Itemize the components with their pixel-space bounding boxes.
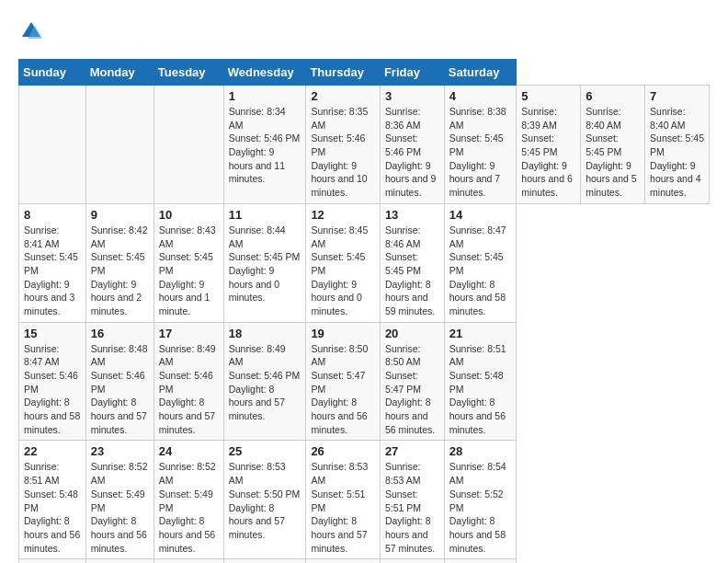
week-row-2: 8Sunrise: 8:41 AMSunset: 5:45 PMDaylight… <box>19 203 710 322</box>
col-header-friday: Friday <box>380 60 444 86</box>
day-info: Sunrise: 8:44 AMSunset: 5:45 PMDaylight:… <box>229 224 301 304</box>
day-info: Sunrise: 8:52 AMSunset: 5:49 PMDaylight:… <box>91 460 149 555</box>
day-info: Sunrise: 8:52 AMSunset: 5:49 PMDaylight:… <box>159 460 219 555</box>
logo <box>18 18 48 44</box>
day-info: Sunrise: 8:51 AMSunset: 5:48 PMDaylight:… <box>449 342 512 437</box>
day-number: 22 <box>24 444 81 458</box>
logo-icon <box>18 18 44 44</box>
table-row: 3Sunrise: 8:36 AMSunset: 5:46 PMDaylight… <box>380 86 444 204</box>
day-number: 19 <box>311 327 375 340</box>
day-info: Sunrise: 8:34 AMSunset: 5:46 PMDaylight:… <box>229 105 301 186</box>
day-info: Sunrise: 8:38 AMSunset: 5:45 PMDaylight:… <box>449 105 512 200</box>
table-row: 31Sunrise: 8:54 AMSunset: 5:54 PMDayligh… <box>154 559 223 563</box>
table-row: 26Sunrise: 8:53 AMSunset: 5:51 PMDayligh… <box>306 441 381 559</box>
table-row: 21Sunrise: 8:51 AMSunset: 5:48 PMDayligh… <box>444 322 517 441</box>
day-number: 7 <box>650 89 704 103</box>
day-number: 28 <box>449 444 512 458</box>
day-number: 6 <box>586 89 640 103</box>
table-row: 4Sunrise: 8:38 AMSunset: 5:45 PMDaylight… <box>444 86 517 204</box>
table-row: 25Sunrise: 8:53 AMSunset: 5:50 PMDayligh… <box>223 441 306 559</box>
day-number: 11 <box>229 208 301 222</box>
day-number: 20 <box>385 327 439 340</box>
day-info: Sunrise: 8:47 AMSunset: 5:45 PMDaylight:… <box>449 224 512 318</box>
table-row <box>223 559 306 563</box>
table-row: 13Sunrise: 8:46 AMSunset: 5:45 PMDayligh… <box>380 203 444 322</box>
table-row <box>444 559 517 563</box>
table-row: 15Sunrise: 8:47 AMSunset: 5:46 PMDayligh… <box>19 322 86 441</box>
col-header-tuesday: Tuesday <box>154 60 223 86</box>
day-info: Sunrise: 8:50 AMSunset: 5:47 PMDaylight:… <box>311 342 375 437</box>
week-row-3: 15Sunrise: 8:47 AMSunset: 5:46 PMDayligh… <box>19 322 710 441</box>
day-info: Sunrise: 8:35 AMSunset: 5:46 PMDaylight:… <box>311 105 375 200</box>
table-row: 12Sunrise: 8:45 AMSunset: 5:45 PMDayligh… <box>306 203 381 322</box>
table-row <box>85 86 154 204</box>
table-row: 6Sunrise: 8:40 AMSunset: 5:45 PMDaylight… <box>581 86 645 204</box>
day-info: Sunrise: 8:40 AMSunset: 5:45 PMDaylight:… <box>650 105 704 200</box>
week-row-4: 22Sunrise: 8:51 AMSunset: 5:48 PMDayligh… <box>19 441 710 559</box>
day-number: 24 <box>159 444 219 458</box>
day-info: Sunrise: 8:46 AMSunset: 5:45 PMDaylight:… <box>385 224 439 318</box>
table-row: 1Sunrise: 8:34 AMSunset: 5:46 PMDaylight… <box>223 86 306 204</box>
day-number: 10 <box>159 208 219 222</box>
table-row <box>306 559 381 563</box>
day-number: 2 <box>311 89 375 103</box>
day-info: Sunrise: 8:53 AMSunset: 5:51 PMDaylight:… <box>385 460 439 555</box>
table-row: 29Sunrise: 8:54 AMSunset: 5:53 PMDayligh… <box>19 559 86 563</box>
day-number: 1 <box>229 89 301 103</box>
day-number: 13 <box>385 208 439 222</box>
day-info: Sunrise: 8:51 AMSunset: 5:48 PMDaylight:… <box>24 460 81 555</box>
col-header-wednesday: Wednesday <box>223 60 306 86</box>
day-number: 25 <box>229 444 301 458</box>
table-row: 17Sunrise: 8:49 AMSunset: 5:46 PMDayligh… <box>154 322 223 441</box>
day-info: Sunrise: 8:41 AMSunset: 5:45 PMDaylight:… <box>24 224 81 318</box>
table-row: 7Sunrise: 8:40 AMSunset: 5:45 PMDaylight… <box>645 86 710 204</box>
table-row <box>19 86 86 204</box>
day-number: 23 <box>91 444 149 458</box>
table-row: 14Sunrise: 8:47 AMSunset: 5:45 PMDayligh… <box>444 203 517 322</box>
col-header-thursday: Thursday <box>306 60 381 86</box>
table-row: 23Sunrise: 8:52 AMSunset: 5:49 PMDayligh… <box>85 441 154 559</box>
week-row-1: 1Sunrise: 8:34 AMSunset: 5:46 PMDaylight… <box>19 86 710 204</box>
day-number: 12 <box>311 208 375 222</box>
day-info: Sunrise: 8:39 AMSunset: 5:45 PMDaylight:… <box>521 105 575 200</box>
day-info: Sunrise: 8:48 AMSunset: 5:46 PMDaylight:… <box>91 342 149 437</box>
page-header <box>18 18 710 44</box>
table-row: 2Sunrise: 8:35 AMSunset: 5:46 PMDaylight… <box>306 86 381 204</box>
table-row: 28Sunrise: 8:54 AMSunset: 5:52 PMDayligh… <box>444 441 517 559</box>
day-info: Sunrise: 8:43 AMSunset: 5:45 PMDaylight:… <box>159 224 219 318</box>
day-info: Sunrise: 8:36 AMSunset: 5:46 PMDaylight:… <box>385 105 439 200</box>
table-row: 22Sunrise: 8:51 AMSunset: 5:48 PMDayligh… <box>19 441 86 559</box>
table-row: 27Sunrise: 8:53 AMSunset: 5:51 PMDayligh… <box>380 441 444 559</box>
day-number: 15 <box>24 327 81 340</box>
table-row: 8Sunrise: 8:41 AMSunset: 5:45 PMDaylight… <box>19 203 86 322</box>
day-number: 9 <box>91 208 149 222</box>
table-row: 20Sunrise: 8:50 AMSunset: 5:47 PMDayligh… <box>380 322 444 441</box>
day-number: 14 <box>449 208 512 222</box>
day-info: Sunrise: 8:40 AMSunset: 5:45 PMDaylight:… <box>586 105 640 200</box>
table-row: 10Sunrise: 8:43 AMSunset: 5:45 PMDayligh… <box>154 203 223 322</box>
table-row: 24Sunrise: 8:52 AMSunset: 5:49 PMDayligh… <box>154 441 223 559</box>
day-info: Sunrise: 8:45 AMSunset: 5:45 PMDaylight:… <box>311 224 375 318</box>
col-header-saturday: Saturday <box>444 60 517 86</box>
day-info: Sunrise: 8:54 AMSunset: 5:52 PMDaylight:… <box>449 460 512 555</box>
day-info: Sunrise: 8:49 AMSunset: 5:46 PMDaylight:… <box>159 342 219 437</box>
table-row <box>380 559 444 563</box>
col-header-sunday: Sunday <box>19 60 86 86</box>
col-header-monday: Monday <box>85 60 154 86</box>
calendar-table: SundayMondayTuesdayWednesdayThursdayFrid… <box>18 59 710 563</box>
table-row: 9Sunrise: 8:42 AMSunset: 5:45 PMDaylight… <box>85 203 154 322</box>
day-number: 4 <box>449 89 512 103</box>
day-info: Sunrise: 8:50 AMSunset: 5:47 PMDaylight:… <box>385 342 439 437</box>
table-row: 18Sunrise: 8:49 AMSunset: 5:46 PMDayligh… <box>223 322 306 441</box>
table-row: 30Sunrise: 8:54 AMSunset: 5:54 PMDayligh… <box>85 559 154 563</box>
day-number: 17 <box>159 327 219 340</box>
table-row: 19Sunrise: 8:50 AMSunset: 5:47 PMDayligh… <box>306 322 381 441</box>
table-row <box>154 86 223 204</box>
day-info: Sunrise: 8:42 AMSunset: 5:45 PMDaylight:… <box>91 224 149 318</box>
day-number: 5 <box>521 89 575 103</box>
day-number: 21 <box>449 327 512 340</box>
table-row: 11Sunrise: 8:44 AMSunset: 5:45 PMDayligh… <box>223 203 306 322</box>
day-info: Sunrise: 8:47 AMSunset: 5:46 PMDaylight:… <box>24 342 81 437</box>
day-info: Sunrise: 8:53 AMSunset: 5:50 PMDaylight:… <box>229 460 301 541</box>
day-number: 8 <box>24 208 81 222</box>
